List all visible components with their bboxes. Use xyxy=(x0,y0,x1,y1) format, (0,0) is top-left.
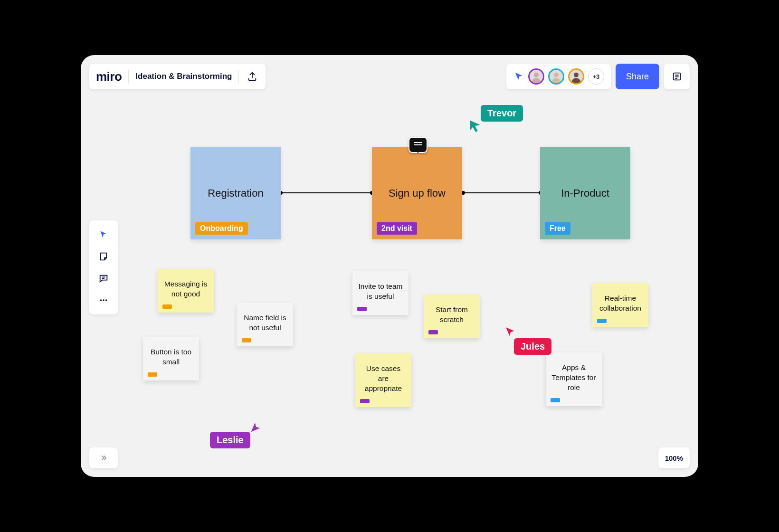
note-chip xyxy=(428,330,438,334)
card-tag: Free xyxy=(545,222,570,235)
sticky-note-text: Button is too small xyxy=(151,348,191,366)
sticky-note[interactable]: Invite to team is useful xyxy=(352,271,408,315)
sticky-note-text: Messaging is not good xyxy=(164,280,207,298)
cursor-icon xyxy=(504,326,516,340)
note-chip xyxy=(357,307,367,311)
cursor-icon xyxy=(249,421,262,436)
card-inproduct[interactable]: In-Product Free xyxy=(540,147,630,239)
note-chip xyxy=(162,304,172,309)
sticky-note-text: Real-time collaboration xyxy=(599,294,641,312)
note-chip xyxy=(597,319,607,323)
sticky-note[interactable]: Button is too small xyxy=(143,337,199,380)
cursor-label-trevor: Trevor xyxy=(481,105,523,122)
card-tag: Onboarding xyxy=(195,222,248,235)
card-registration[interactable]: Registration Onboarding xyxy=(190,147,281,239)
note-chip xyxy=(360,399,370,403)
sticky-note[interactable]: Messaging is not good xyxy=(158,269,214,313)
sticky-note[interactable]: Use cases are appropriate xyxy=(355,353,411,407)
card-title: Registration xyxy=(208,187,263,200)
sticky-note-text: Apps & Templates for role xyxy=(551,363,596,391)
sticky-note-text: Use cases are appropriate xyxy=(365,364,402,392)
sticky-note[interactable]: Real-time collaboration xyxy=(592,283,648,327)
sticky-note-text: Invite to team is useful xyxy=(358,282,402,300)
connector[interactable] xyxy=(463,192,541,193)
card-signup[interactable]: Sign up flow 2nd visit xyxy=(372,147,462,239)
sticky-note-text: Start from scratch xyxy=(436,305,468,323)
card-title: Sign up flow xyxy=(389,187,446,200)
sticky-note-text: Name field is not useful xyxy=(244,314,286,332)
card-title: In-Product xyxy=(561,187,609,200)
sticky-note[interactable]: Apps & Templates for role xyxy=(546,352,602,406)
cursor-label-leslie: Leslie xyxy=(210,432,250,448)
note-chip xyxy=(551,398,560,402)
cursor-label-jules: Jules xyxy=(514,338,551,355)
cursor-icon xyxy=(468,119,482,134)
note-chip xyxy=(148,372,157,377)
connector[interactable] xyxy=(281,192,372,193)
canvas[interactable]: Registration Onboarding Sign up flow 2nd… xyxy=(81,55,698,477)
sticky-note[interactable]: Name field is not useful xyxy=(237,303,293,346)
note-chip xyxy=(242,338,251,342)
comment-icon[interactable] xyxy=(408,137,428,153)
sticky-note[interactable]: Start from scratch xyxy=(424,294,480,338)
card-tag: 2nd visit xyxy=(377,222,417,235)
